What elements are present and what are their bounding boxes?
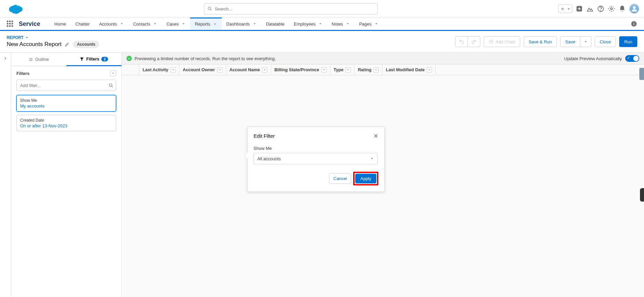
nav-item-datatable[interactable]: Datatable [261,18,289,30]
filter-card-label: Created Date [20,118,112,123]
auto-preview-label: Update Preview Automatically [564,56,622,61]
column-menu-button[interactable] [373,67,379,73]
report-object-label[interactable]: REPORT [7,35,99,40]
chevron-down-icon [374,22,378,26]
run-button[interactable]: Run [619,36,637,47]
filter-count-badge: 2 [101,57,108,61]
global-search[interactable] [204,3,378,14]
redo-button[interactable] [468,36,480,47]
nav-item-pages[interactable]: Pages [355,18,383,30]
app-nav-bar: Service HomeChatterAccountsContactsCases… [0,17,644,31]
column-header[interactable]: Last Modified Date [382,65,436,75]
right-dark-tab[interactable] [640,188,644,202]
report-title: New Accounts Report [7,41,61,48]
column-menu-button[interactable] [262,67,267,73]
chevron-down-icon [318,22,322,26]
svg-point-11 [109,84,112,86]
column-headers: Last ActivityAccount OwnerAccount NameBi… [122,65,644,75]
trailhead-icon[interactable] [586,5,594,12]
nav-item-accounts[interactable]: Accounts [94,18,128,30]
search-icon [109,83,113,88]
right-panel-tab[interactable] [639,68,644,80]
column-menu-button[interactable] [321,67,327,73]
nav-item-reports[interactable]: Reports [190,17,222,30]
svg-line-12 [112,86,113,87]
global-search-input[interactable] [215,6,374,11]
notifications-bell-icon[interactable] [619,5,626,12]
column-header[interactable]: Rating [355,65,382,75]
svg-point-5 [610,8,612,10]
auto-preview-toggle[interactable] [625,55,639,62]
success-check-icon [126,56,132,61]
save-run-button[interactable]: Save & Run [524,36,557,47]
column-menu-button[interactable] [170,67,176,73]
nav-item-cases[interactable]: Cases [162,18,190,30]
header-utility-icons: ★▾ [558,4,639,14]
column-header[interactable]: Billing State/Province [271,65,330,75]
svg-point-4 [601,10,601,11]
column-header[interactable]: Last Activity [139,65,179,75]
filter-card[interactable]: Created DateOn or after 13-Nov-2023 [16,115,116,131]
report-header: REPORT New Accounts Report Accounts Add … [0,31,644,53]
add-filter-input[interactable] [16,80,116,91]
undo-button[interactable] [455,36,468,47]
svg-line-1 [210,9,211,10]
preview-message: Previewing a limited number of records. … [135,56,276,61]
nav-item-chatter[interactable]: Chatter [71,18,95,30]
column-menu-button[interactable] [217,67,222,73]
filter-card-label: Show Me [20,98,112,103]
chevron-down-icon [346,22,350,26]
chevron-down-icon [120,22,124,26]
save-button[interactable]: Save [560,36,580,47]
app-name: Service [19,20,40,28]
chevron-down-icon: ▾ [566,6,571,11]
nav-item-home[interactable]: Home [50,18,71,30]
chevron-down-icon [181,22,185,26]
popover-title: Edit Filter [254,133,275,139]
user-avatar[interactable] [629,4,639,14]
chevron-down-icon [153,22,157,26]
column-header[interactable]: Account Name [226,65,271,75]
filters-tab[interactable]: Filters 2 [66,53,122,66]
edit-filter-popover: Edit Filter ✕ Show Me All accounts Cance… [247,127,385,192]
collapse-sidebar-button[interactable] [0,53,11,297]
info-icon[interactable]: i [631,21,637,27]
apply-button[interactable]: Apply [355,174,376,183]
filters-menu-button[interactable] [110,70,116,76]
column-menu-button[interactable] [427,67,432,73]
preview-bar: Previewing a limited number of records. … [122,53,644,65]
apply-highlight: Apply [353,172,378,185]
app-launcher-icon[interactable] [7,20,13,27]
show-me-select[interactable]: All accounts [254,153,378,164]
cancel-button[interactable]: Cancel [329,173,351,184]
chevron-down-icon [213,22,217,26]
close-icon[interactable]: ✕ [373,133,378,139]
edit-title-icon[interactable] [65,42,69,47]
svg-point-6 [633,6,636,9]
chevron-down-icon [253,22,257,26]
close-button[interactable]: Close [595,36,616,47]
nav-item-dashboards[interactable]: Dashboards [222,18,261,30]
report-canvas: Previewing a limited number of records. … [122,53,644,297]
column-header[interactable]: Account Owner [179,65,226,75]
add-icon[interactable] [576,5,583,12]
svg-point-0 [208,7,211,10]
chevron-down-icon [370,157,374,161]
nav-item-notes[interactable]: Notes [327,18,355,30]
popover-field-label: Show Me [254,146,378,151]
setup-gear-icon[interactable] [608,5,615,12]
nav-item-contacts[interactable]: Contacts [128,18,162,30]
save-menu-button[interactable] [580,36,591,47]
row-number-header [122,65,139,75]
filters-heading: Filters [16,71,30,76]
filter-card[interactable]: Show MeMy accounts [16,95,116,112]
outline-tab[interactable]: Outline [11,53,66,66]
filter-card-value: My accounts [20,103,112,109]
favorites-button[interactable]: ★▾ [558,4,572,13]
help-icon[interactable] [597,5,604,12]
column-header[interactable]: Type [330,65,355,75]
add-chart-button[interactable]: Add Chart [484,36,520,47]
report-type-pill: Accounts [73,41,99,48]
column-menu-button[interactable] [345,67,351,73]
nav-item-employees[interactable]: Employees [289,18,327,30]
